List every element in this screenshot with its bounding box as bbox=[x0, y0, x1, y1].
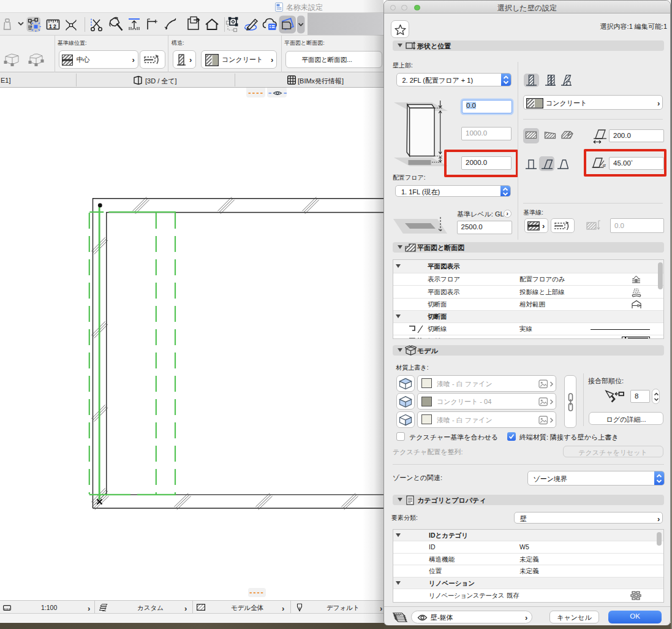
svg-text:1 2: 1 2 bbox=[49, 23, 56, 29]
